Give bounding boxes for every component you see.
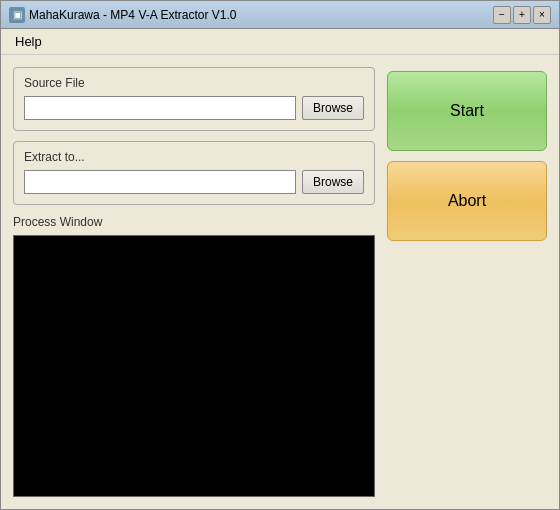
extract-browse-button[interactable]: Browse <box>302 170 364 194</box>
source-file-label: Source File <box>24 76 364 90</box>
left-panel: Source File Browse Extract to... Browse … <box>13 67 375 497</box>
menu-bar: Help <box>1 29 559 55</box>
right-panel: Start Abort <box>387 67 547 497</box>
source-file-input[interactable] <box>24 96 296 120</box>
close-button[interactable]: × <box>533 6 551 24</box>
source-browse-button[interactable]: Browse <box>302 96 364 120</box>
process-window <box>13 235 375 497</box>
extract-to-group: Extract to... Browse <box>13 141 375 205</box>
source-file-row: Browse <box>24 96 364 120</box>
content-area: Source File Browse Extract to... Browse … <box>1 55 559 509</box>
window-title: MahaKurawa - MP4 V-A Extractor V1.0 <box>29 8 236 22</box>
title-bar: ▣ MahaKurawa - MP4 V-A Extractor V1.0 − … <box>1 1 559 29</box>
maximize-button[interactable]: + <box>513 6 531 24</box>
process-section: Process Window <box>13 215 375 497</box>
main-window: ▣ MahaKurawa - MP4 V-A Extractor V1.0 − … <box>0 0 560 510</box>
start-button[interactable]: Start <box>387 71 547 151</box>
extract-to-label: Extract to... <box>24 150 364 164</box>
source-file-group: Source File Browse <box>13 67 375 131</box>
abort-button[interactable]: Abort <box>387 161 547 241</box>
app-icon: ▣ <box>9 7 25 23</box>
menu-item-help[interactable]: Help <box>9 32 48 51</box>
extract-to-row: Browse <box>24 170 364 194</box>
minimize-button[interactable]: − <box>493 6 511 24</box>
extract-to-input[interactable] <box>24 170 296 194</box>
title-bar-controls: − + × <box>493 6 551 24</box>
title-bar-left: ▣ MahaKurawa - MP4 V-A Extractor V1.0 <box>9 7 236 23</box>
process-window-label: Process Window <box>13 215 375 229</box>
